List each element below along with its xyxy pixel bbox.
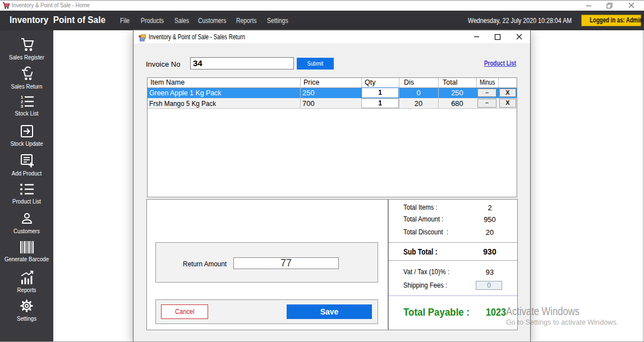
svg-text:3: 3 (21, 104, 23, 108)
